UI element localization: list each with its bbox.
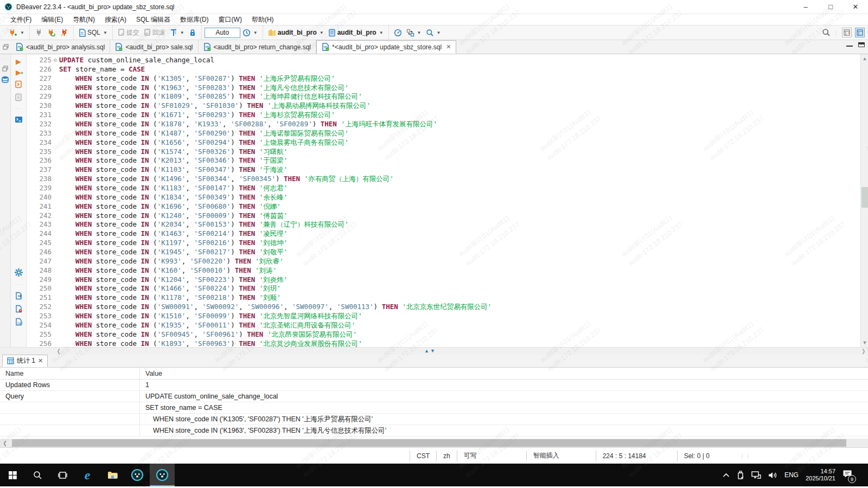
dbeaver-window-button[interactable] [125, 464, 150, 486]
status-segment-2[interactable]: 可写 [457, 451, 526, 461]
scroll-right-icon[interactable]: ❭ [859, 348, 868, 354]
close-icon[interactable]: ✕ [446, 43, 451, 50]
code-line-242[interactable]: 242 WHEN store_code IN ('K1240', 'SF0000… [27, 211, 860, 221]
tab-statistics[interactable]: 统计 1 ✕ [2, 355, 48, 367]
taskbar-search-button[interactable] [25, 464, 50, 486]
code-line-238[interactable]: 238 WHEN store_code IN ('K1496', 'SF0034… [27, 175, 860, 184]
autocommit-lock-button[interactable] [187, 28, 198, 38]
line-number[interactable]: 227 [27, 74, 52, 84]
new-connection-button[interactable]: ▼ [7, 28, 26, 38]
code-line-235[interactable]: 235 WHEN store_code IN ('K1574', 'SF0032… [27, 147, 860, 157]
compare-button[interactable]: ▼ [405, 28, 423, 38]
code-line-241[interactable]: 241 WHEN store_code IN ('K1696', 'SF0068… [27, 202, 860, 211]
sql-editor-button[interactable]: SQL ▼ [77, 28, 109, 38]
line-number[interactable]: 237 [27, 165, 52, 175]
line-number[interactable]: 225 [27, 56, 52, 65]
line-number[interactable]: 239 [27, 184, 52, 193]
results-horizontal-scrollbar[interactable]: ❬ [0, 439, 868, 447]
line-number[interactable]: 235 [27, 147, 52, 157]
commit-button[interactable]: 提交 [116, 27, 141, 38]
window-close-button[interactable]: ✕ [843, 0, 868, 14]
execute-new-tab-icon[interactable]: ▶+ [16, 69, 21, 75]
scroll-down-icon[interactable]: ▼ [861, 340, 868, 345]
line-number[interactable]: 229 [27, 92, 52, 101]
editor-tab-3[interactable]: *<audit_bi_pro> update_sbz_store.sql✕ [316, 40, 456, 54]
maximize-editor-icon[interactable] [858, 42, 865, 47]
settings-gear-icon[interactable] [14, 268, 23, 277]
code-line-228[interactable]: 228 WHEN store_code IN ('K1963', 'SF0028… [27, 84, 860, 93]
file-explorer-button[interactable] [100, 464, 125, 486]
line-number[interactable]: 255 [27, 330, 52, 339]
column-header-name[interactable]: Name [0, 368, 140, 379]
transaction-history-button[interactable]: ▼ [241, 28, 259, 38]
fold-marker[interactable]: ⊖ [52, 56, 59, 65]
code-line-256[interactable]: 256 WHEN store_code IN ('K1893', 'SF0096… [27, 339, 860, 347]
editor-minimized-stack[interactable] [0, 40, 11, 54]
line-number[interactable]: 248 [27, 266, 52, 275]
dashboard-button[interactable] [392, 28, 404, 38]
code-line-246[interactable]: 246 WHEN store_code IN ('K1945', 'SF0021… [27, 248, 860, 257]
task-view-button[interactable] [50, 464, 75, 486]
menu-item-5[interactable]: 数据库(D) [175, 14, 214, 25]
code-line-251[interactable]: 251 WHEN store_code IN ('K1178', 'SF0021… [27, 293, 860, 303]
menu-item-4[interactable]: SQL 编辑器 [131, 14, 175, 25]
script-variables-icon[interactable]: (ω) [15, 318, 23, 326]
code-line-234[interactable]: 234 WHEN store_code IN ('K1656', 'SF0029… [27, 138, 860, 147]
code-line-230[interactable]: 230 WHEN store_code IN ('SF01029', 'SF01… [27, 101, 860, 111]
code-line-239[interactable]: 239 WHEN store_code IN ('K1183', 'SF0014… [27, 184, 860, 193]
line-number[interactable]: 236 [27, 156, 52, 165]
code-line-243[interactable]: 243 WHEN store_code IN ('K2034', 'SF0015… [27, 220, 860, 229]
reconnect-button[interactable] [46, 28, 58, 38]
scroll-left-icon[interactable]: ❬ [54, 348, 63, 354]
code-line-252[interactable]: 252 WHEN store_code IN ('SW00091', 'SW00… [27, 303, 860, 312]
editor-tab-2[interactable]: <audit_bi_pro> return_change.sql [199, 40, 316, 54]
table-row-0[interactable]: Updated Rows1 [0, 380, 868, 391]
line-number[interactable]: 238 [27, 175, 52, 184]
editor-tab-1[interactable]: <audit_bi_pro> sale.sql [110, 40, 198, 54]
scrollbar-thumb[interactable] [12, 439, 846, 447]
line-number[interactable]: 254 [27, 321, 52, 330]
code-line-248[interactable]: 248 WHEN store_code IN ('K160', 'SF00010… [27, 266, 860, 275]
code-line-250[interactable]: 250 WHEN store_code IN ('K1466', 'SF0022… [27, 284, 860, 293]
search-button[interactable]: ▼ [424, 28, 443, 38]
table-row-3[interactable]: WHEN store_code IN ('K1305', 'SF00287') … [0, 414, 868, 425]
line-number[interactable]: 233 [27, 129, 52, 138]
close-icon[interactable]: ✕ [38, 357, 43, 364]
menu-item-6[interactable]: 窗口(W) [214, 14, 247, 25]
taskbar-clock[interactable]: 14:57 2025/10/21 [806, 468, 835, 482]
rollback-button[interactable]: 回滚 [142, 27, 167, 38]
execute-statement-icon[interactable]: ▶ [16, 59, 21, 65]
editor-horizontal-scrollbar[interactable]: ❬ ❭ ▲▼ [0, 347, 868, 355]
code-line-240[interactable]: 240 WHEN store_code IN ('K1834', 'SF0034… [27, 193, 860, 202]
code-line-247[interactable]: 247 WHEN store_code IN ('K993', 'SF00220… [27, 257, 860, 266]
line-number[interactable]: 252 [27, 303, 52, 312]
line-number[interactable]: 250 [27, 284, 52, 293]
database-navigator-icon[interactable] [1, 76, 9, 84]
code-line-227[interactable]: 227 WHEN store_code IN ('K1305', 'SF0028… [27, 74, 860, 84]
tray-expand-chevron-icon[interactable] [723, 473, 730, 478]
line-number[interactable]: 244 [27, 229, 52, 239]
code-line-249[interactable]: 249 WHEN store_code IN ('K1204', 'SF0022… [27, 275, 860, 285]
line-number[interactable]: 228 [27, 84, 52, 93]
code-line-255[interactable]: 255 WHEN store_code IN ('SF00945', 'SF00… [27, 330, 860, 339]
code-line-229[interactable]: 229 WHEN store_code IN ('K1809', 'SF0028… [27, 92, 860, 101]
line-number[interactable]: 226 [27, 65, 52, 74]
window-minimize-button[interactable]: – [793, 0, 818, 14]
code-line-244[interactable]: 244 WHEN store_code IN ('K1463', 'SF0021… [27, 229, 860, 239]
code-line-245[interactable]: 245 WHEN store_code IN ('K1197', 'SF0021… [27, 239, 860, 248]
perspective-dbeaver-button[interactable] [855, 28, 865, 37]
code-line-233[interactable]: 233 WHEN store_code IN ('K1487', 'SF0029… [27, 129, 860, 138]
line-number[interactable]: 253 [27, 312, 52, 321]
line-number[interactable]: 240 [27, 193, 52, 202]
line-number[interactable]: 230 [27, 101, 52, 111]
window-maximize-button[interactable]: □ [818, 0, 843, 14]
quick-access-search-icon[interactable] [822, 28, 831, 37]
menu-item-7[interactable]: 帮助(H) [247, 14, 279, 25]
line-number[interactable]: 243 [27, 220, 52, 229]
code-line-231[interactable]: 231 WHEN store_code IN ('K1671', 'SF0029… [27, 111, 860, 120]
input-language-indicator[interactable]: ENG [784, 471, 799, 479]
restore-view-icon[interactable] [2, 66, 8, 72]
scrollbar-thumb[interactable] [861, 187, 868, 208]
line-number[interactable]: 256 [27, 339, 52, 347]
explain-plan-icon[interactable] [15, 93, 23, 101]
